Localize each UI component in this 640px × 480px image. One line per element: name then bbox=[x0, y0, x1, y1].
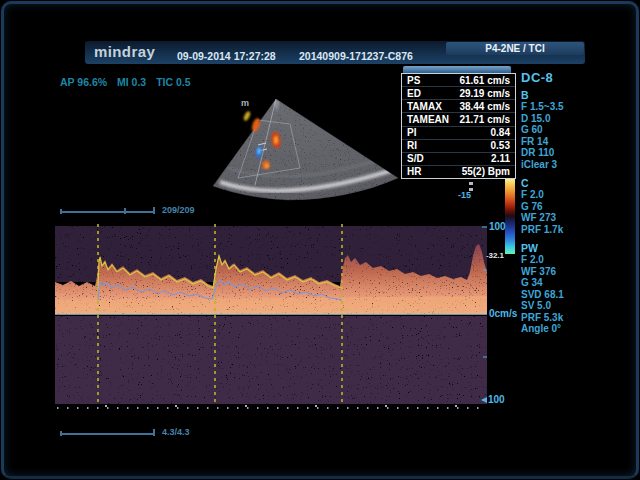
probe-tab[interactable]: P4-2NE / TCI bbox=[446, 42, 584, 55]
param-item: WF 273 bbox=[521, 212, 621, 224]
ultrasound-screen: mindray 09-09-2014 17:27:28 20140909-171… bbox=[0, 0, 640, 480]
cine-frame-scrubber[interactable]: 209/209 bbox=[58, 206, 208, 216]
param-item: iClear 3 bbox=[521, 159, 621, 171]
param-item: DR 110 bbox=[521, 147, 621, 159]
gray-scale-min-label: -15 bbox=[458, 190, 471, 200]
results-table: PS61.61 cm/s ED29.19 cm/s TAMAX38.44 cm/… bbox=[401, 73, 516, 179]
scale-arrow-icon bbox=[481, 397, 487, 403]
orientation-marker: m bbox=[241, 98, 249, 108]
cine-time-scrubber[interactable]: 4.3/4.3 bbox=[58, 428, 208, 438]
b-mode-header: B bbox=[521, 89, 621, 101]
param-item: G 60 bbox=[521, 124, 621, 136]
datetime-label: 09-09-2014 17:27:28 bbox=[177, 50, 276, 62]
tic-value: TIC 0.5 bbox=[156, 76, 190, 88]
b-mode-sector-image: m bbox=[198, 88, 418, 206]
cine-time-counter: 4.3/4.3 bbox=[162, 427, 190, 437]
param-item: F 1.5~3.5 bbox=[521, 101, 621, 113]
results-window[interactable]: PS61.61 cm/s ED29.19 cm/s TAMAX38.44 cm/… bbox=[401, 66, 516, 179]
result-row: PS61.61 cm/s bbox=[402, 74, 515, 87]
param-item: SVD 68.1 bbox=[521, 289, 621, 301]
background-noise-lower bbox=[55, 316, 487, 404]
param-item: G 76 bbox=[521, 201, 621, 213]
param-item: PRF 1.7k bbox=[521, 224, 621, 236]
scrubber-track[interactable] bbox=[60, 211, 155, 213]
velocity-min-label: 100 bbox=[488, 394, 505, 405]
param-item: FR 14 bbox=[521, 136, 621, 148]
brand-logo: mindray bbox=[94, 43, 155, 60]
baseline-label: 0cm/s bbox=[489, 308, 517, 319]
color-velocity-scale-bar bbox=[505, 178, 515, 254]
color-mode-header: C bbox=[521, 177, 621, 189]
pw-spectral-display bbox=[55, 222, 487, 412]
ap-value: AP 96.6% bbox=[60, 76, 107, 88]
acoustic-status-line: AP 96.6% MI 0.3 TIC 0.5 bbox=[60, 76, 198, 88]
gray-scale-bar-tip bbox=[469, 182, 473, 185]
pw-mode-header: PW bbox=[521, 242, 621, 254]
param-item: G 34 bbox=[521, 277, 621, 289]
scrubber-position-marker[interactable] bbox=[124, 208, 126, 214]
parameter-sidebar: DC-8 B F 1.5~3.5 D 15.0 G 60 FR 14 DR 11… bbox=[521, 70, 621, 335]
results-window-titlebar[interactable] bbox=[403, 66, 511, 73]
param-item: F 2.0 bbox=[521, 254, 621, 266]
result-row: TAMAX38.44 cm/s bbox=[402, 100, 515, 113]
param-item: D 15.0 bbox=[521, 113, 621, 125]
top-bar: mindray 09-09-2014 17:27:28 20140909-171… bbox=[85, 41, 585, 64]
result-row: RI0.53 bbox=[402, 140, 515, 153]
velocity-max-label: 100 bbox=[489, 221, 506, 232]
system-model-label: DC-8 bbox=[521, 70, 621, 85]
scrubber-right-cap bbox=[153, 207, 155, 214]
result-row: ED29.19 cm/s bbox=[402, 87, 515, 100]
result-row: HR55(2) Bpm bbox=[402, 166, 515, 178]
param-item: F 2.0 bbox=[521, 189, 621, 201]
param-item: PRF 5.3k bbox=[521, 312, 621, 324]
param-item: SV 5.0 bbox=[521, 300, 621, 312]
velocity-min-label-group: 100 bbox=[481, 394, 505, 405]
param-item: WF 376 bbox=[521, 266, 621, 278]
result-row: PI0.84 bbox=[402, 127, 515, 140]
result-row: S/D2.11 bbox=[402, 153, 515, 166]
baseline[interactable] bbox=[55, 313, 487, 314]
scrubber-track[interactable] bbox=[60, 433, 155, 435]
mi-value: MI 0.3 bbox=[117, 76, 146, 88]
scrubber-right-cap bbox=[153, 429, 155, 436]
exam-id-label: 20140909-171237-C876 bbox=[299, 50, 413, 62]
sector-tissue bbox=[198, 88, 418, 206]
result-row: TAMEAN21.71 cm/s bbox=[402, 113, 515, 126]
cine-frame-counter: 209/209 bbox=[162, 205, 195, 215]
param-item: Angle 0° bbox=[521, 323, 621, 335]
